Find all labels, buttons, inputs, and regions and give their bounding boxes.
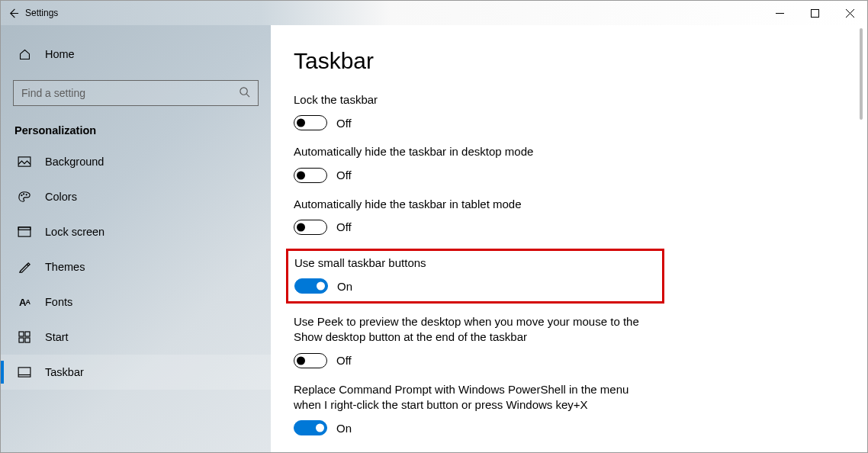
palette-icon: [18, 191, 31, 203]
minimize-icon: [776, 9, 784, 18]
arrow-left-icon: [8, 8, 19, 19]
sidebar-item-label: Lock screen: [45, 226, 104, 238]
sidebar-item-start[interactable]: Start: [1, 320, 271, 355]
toggle-state: On: [336, 422, 352, 435]
svg-point-9: [26, 194, 27, 195]
back-button[interactable]: [1, 1, 25, 25]
svg-rect-11: [18, 227, 31, 230]
toggle-powershell[interactable]: [294, 420, 327, 435]
search-box[interactable]: [13, 80, 259, 106]
sidebar-item-label: Colors: [45, 191, 77, 203]
setting-label: Use Peek to preview the desktop when you…: [294, 314, 652, 345]
sidebar-item-themes[interactable]: Themes: [1, 249, 271, 284]
highlight-annotation: Use small taskbar buttons On: [286, 249, 664, 304]
sidebar-item-colors[interactable]: Colors: [1, 179, 271, 214]
category-heading: Personalization: [1, 106, 271, 144]
close-button[interactable]: [832, 1, 867, 25]
sidebar-item-label: Themes: [45, 261, 85, 273]
maximize-button[interactable]: [797, 1, 832, 25]
toggle-state: Off: [336, 169, 352, 182]
taskbar-icon: [18, 367, 31, 378]
sidebar-item-lock-screen[interactable]: Lock screen: [1, 214, 271, 249]
svg-rect-1: [811, 9, 818, 17]
toggle-state: On: [337, 280, 352, 293]
setting-label: Automatically hide the taskbar in tablet…: [294, 197, 652, 212]
lockscreen-icon: [18, 226, 31, 237]
toggle-state: Off: [336, 220, 352, 233]
scrollbar-thumb[interactable]: [860, 28, 863, 120]
setting-autohide-tablet: Automatically hide the taskbar in tablet…: [294, 197, 805, 235]
toggle-peek[interactable]: [294, 353, 327, 368]
settings-window: Settings Home: [0, 0, 868, 453]
svg-rect-13: [25, 332, 30, 336]
svg-rect-16: [18, 368, 31, 377]
maximize-icon: [811, 9, 819, 18]
window-title: Settings: [25, 8, 58, 18]
toggle-autohide-desktop[interactable]: [294, 168, 327, 183]
svg-rect-12: [19, 332, 24, 336]
svg-point-8: [24, 194, 24, 194]
search-icon: [239, 86, 250, 100]
sidebar-item-label: Fonts: [45, 296, 72, 308]
setting-autohide-desktop: Automatically hide the taskbar in deskto…: [294, 144, 805, 182]
toggle-autohide-tablet[interactable]: [294, 220, 327, 235]
setting-label: Use small taskbar buttons: [294, 255, 653, 271]
page-title: Taskbar: [294, 48, 805, 74]
close-icon: [846, 9, 854, 18]
sidebar-item-label: Background: [45, 156, 104, 168]
svg-point-4: [240, 88, 247, 95]
fonts-icon: AA: [18, 297, 31, 308]
main-content: Taskbar Lock the taskbar Off Automatical…: [271, 25, 867, 452]
svg-rect-14: [19, 338, 24, 342]
image-icon: [18, 156, 31, 167]
body: Home Personalization Background Colo: [1, 25, 867, 452]
sidebar-item-label: Start: [45, 331, 69, 343]
home-label: Home: [45, 48, 75, 60]
toggle-lock-taskbar[interactable]: [294, 115, 327, 130]
sidebar-item-fonts[interactable]: AA Fonts: [1, 284, 271, 320]
window-controls: [762, 1, 867, 25]
titlebar: Settings: [1, 1, 867, 25]
setting-label: Automatically hide the taskbar in deskto…: [294, 144, 652, 159]
svg-rect-6: [18, 157, 31, 166]
home-icon: [18, 48, 31, 61]
toggle-state: Off: [336, 354, 352, 367]
search-input[interactable]: [21, 87, 239, 99]
home-button[interactable]: Home: [1, 39, 271, 69]
sidebar-item-label: Taskbar: [45, 366, 84, 378]
svg-line-5: [246, 94, 249, 97]
setting-label: Lock the taskbar: [294, 92, 652, 108]
vertical-scrollbar[interactable]: [857, 28, 866, 449]
minimize-button[interactable]: [762, 1, 797, 25]
svg-rect-15: [25, 338, 30, 342]
setting-small-buttons: Use small taskbar buttons On: [294, 255, 654, 294]
sidebar-item-taskbar[interactable]: Taskbar: [1, 355, 271, 390]
themes-icon: [18, 261, 31, 274]
setting-peek: Use Peek to preview the desktop when you…: [294, 314, 805, 368]
setting-label: Replace Command Prompt with Windows Powe…: [294, 382, 652, 413]
start-icon: [18, 331, 31, 343]
setting-powershell: Replace Command Prompt with Windows Powe…: [294, 382, 805, 436]
sidebar-item-background[interactable]: Background: [1, 144, 271, 179]
toggle-state: Off: [336, 117, 352, 130]
sidebar: Home Personalization Background Colo: [1, 25, 271, 452]
svg-point-7: [21, 195, 22, 196]
toggle-small-buttons[interactable]: [294, 278, 328, 294]
setting-lock-taskbar: Lock the taskbar Off: [294, 92, 805, 130]
